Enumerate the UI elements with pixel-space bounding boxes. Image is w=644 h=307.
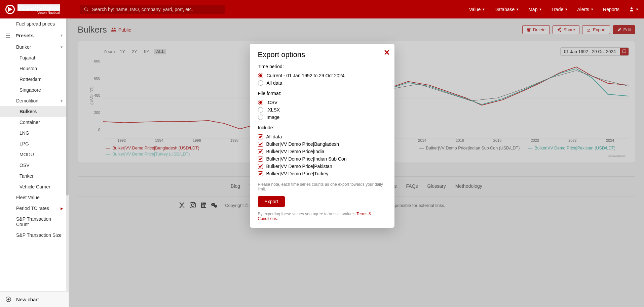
time-period-label: Time period: (258, 64, 386, 69)
plus-circle-icon (5, 296, 11, 302)
user-icon (629, 7, 634, 12)
file-format-label: File format: (258, 91, 386, 96)
sidebar-item-modu[interactable]: MODU (0, 149, 69, 160)
check-india[interactable]: Bulker|VV Demo Price|India (258, 148, 386, 155)
sidebar-item-fuel-spread[interactable]: Fuel spread prices (0, 18, 69, 29)
radio-current[interactable]: Current - 01 Jan 1992 to 29 Oct 2024 (258, 72, 386, 79)
new-chart-button[interactable]: New chart (0, 291, 69, 307)
check-turkey[interactable]: Bulker|VV Demo Price|Turkey (258, 170, 386, 177)
brand-logo[interactable]: VesselsValue Veson Nautical (5, 4, 60, 14)
sidebar-item-fujairah[interactable]: Fujairah (0, 52, 69, 63)
sidebar-item-osv[interactable]: OSV (0, 160, 69, 171)
brand-sub: Veson Nautical (17, 11, 60, 14)
check-pakistan[interactable]: Bulker|VV Demo Price|Pakistan (258, 163, 386, 170)
sidebar-item-vehicle-carrier[interactable]: Vehicle Carrier (0, 181, 69, 192)
sidebar: Fuel spread prices Presets ▼ Bunker▼ Fuj… (0, 18, 69, 307)
radio-all-data[interactable]: All data (258, 79, 386, 87)
chevron-down-icon: ▼ (539, 8, 542, 11)
sidebar-section-presets[interactable]: Presets ▼ (0, 29, 69, 42)
modal-export-button[interactable]: Export (258, 196, 285, 207)
nav-value[interactable]: Value▼ (469, 7, 485, 12)
search-box[interactable] (80, 5, 225, 14)
export-note: Please note, each time series counts as … (258, 182, 386, 191)
radio-xlsx[interactable]: .XLSX (258, 106, 386, 114)
check-indian-sub-con[interactable]: Bulker|VV Demo Price|Indian Sub Con (258, 155, 386, 163)
close-icon[interactable]: ✕ (384, 48, 390, 57)
modal-title: Export options (258, 50, 386, 59)
chevron-down-icon: ▼ (482, 8, 485, 11)
terms-text: By exporting these values you agree to V… (258, 212, 386, 221)
chevron-down-icon: ▼ (636, 8, 639, 11)
nav-map[interactable]: Map▼ (528, 7, 542, 12)
radio-csv[interactable]: .CSV (258, 99, 386, 106)
nav-alerts[interactable]: Alerts▼ (577, 7, 594, 12)
check-bangladesh[interactable]: Bulker|VV Demo Price|Bangladesh (258, 140, 386, 148)
sidebar-item-lpg[interactable]: LPG (0, 138, 69, 149)
sidebar-sub-demolition[interactable]: Demolition▼ (0, 95, 69, 106)
sidebar-item-sp-size[interactable]: S&P Transaction Size (0, 230, 69, 240)
search-icon (84, 7, 88, 12)
export-modal: ✕ Export options Time period: Current - … (250, 44, 394, 228)
top-header: VesselsValue Veson Nautical Value▼ Datab… (0, 0, 644, 18)
sidebar-item-fleet-value[interactable]: Fleet Value (0, 192, 69, 203)
user-menu[interactable]: ▼ (629, 7, 639, 12)
sidebar-item-tanker[interactable]: Tanker (0, 171, 69, 181)
sidebar-item-sp-count[interactable]: S&P Transaction Count (0, 214, 69, 230)
sidebar-item-singapore[interactable]: Singapore (0, 85, 69, 95)
sidebar-item-rotterdam[interactable]: Rotterdam (0, 74, 69, 85)
chevron-down-icon: ▼ (565, 8, 568, 11)
scrollbar-thumb[interactable] (66, 18, 69, 195)
sidebar-item-lng[interactable]: LNG (0, 128, 69, 138)
chevron-down-icon: ▼ (516, 8, 519, 11)
chevron-down-icon: ▼ (60, 45, 63, 49)
sidebar-sub-bunker[interactable]: Bunker▼ (0, 42, 69, 52)
scrollbar-track[interactable] (66, 18, 69, 291)
sidebar-item-houston[interactable]: Houston (0, 63, 69, 74)
sidebar-item-bulkers[interactable]: Bulkers (0, 106, 69, 117)
sidebar-item-period-tc[interactable]: Period TC rates▶ (0, 203, 69, 214)
sidebar-item-container[interactable]: Container (0, 117, 69, 128)
nav-reports[interactable]: Reports (603, 7, 619, 12)
chevron-down-icon: ▼ (60, 34, 63, 37)
logo-icon (5, 5, 15, 14)
chevron-right-icon: ▶ (61, 207, 63, 210)
list-icon (5, 33, 11, 38)
radio-image[interactable]: Image (258, 114, 386, 121)
brand-name: VesselsValue (17, 4, 60, 11)
nav-trade[interactable]: Trade▼ (551, 7, 568, 12)
nav-database[interactable]: Database▼ (494, 7, 519, 12)
chevron-down-icon: ▼ (591, 8, 594, 11)
search-input[interactable] (92, 7, 221, 12)
include-label: Include: (258, 125, 386, 130)
check-all-data[interactable]: All data (258, 133, 386, 140)
top-nav: Value▼ Database▼ Map▼ Trade▼ Alerts▼ Rep… (469, 7, 639, 12)
chevron-down-icon: ▼ (60, 99, 63, 103)
